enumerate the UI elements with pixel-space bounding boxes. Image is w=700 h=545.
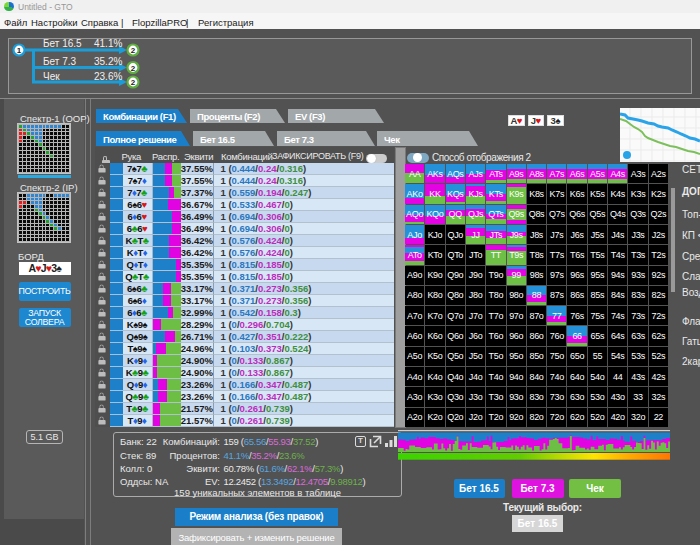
svg-text:41.1%: 41.1% xyxy=(94,38,122,49)
svg-text:Бет 16.5: Бет 16.5 xyxy=(43,38,82,49)
svg-text:Чек: Чек xyxy=(43,71,60,82)
svg-text:2: 2 xyxy=(131,78,136,87)
svg-text:Бет 7.3: Бет 7.3 xyxy=(43,56,76,67)
svg-text:2: 2 xyxy=(131,64,136,73)
svg-text:1: 1 xyxy=(17,46,22,55)
svg-text:35.2%: 35.2% xyxy=(94,56,122,67)
svg-text:2: 2 xyxy=(131,46,136,55)
svg-text:23.6%: 23.6% xyxy=(94,71,122,82)
